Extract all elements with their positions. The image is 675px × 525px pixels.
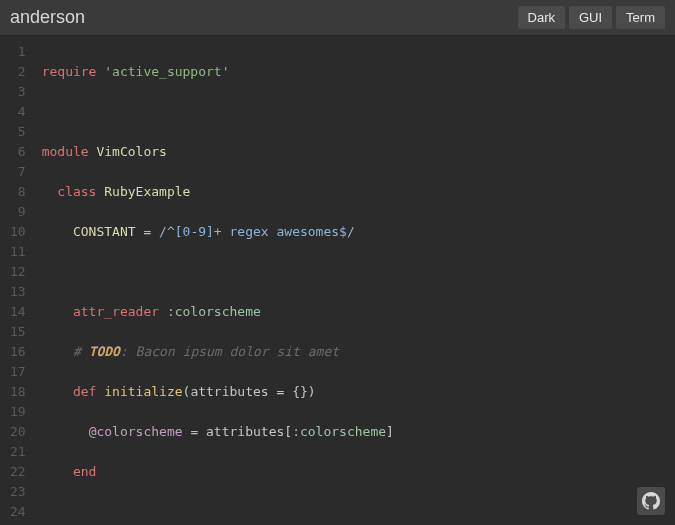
line-number: 12 <box>4 262 32 282</box>
line-number: 14 <box>4 302 32 322</box>
term-button[interactable]: Term <box>616 6 665 29</box>
line-number: 8 <box>4 182 32 202</box>
operator: = <box>190 424 198 439</box>
line-number: 2 <box>4 62 32 82</box>
ident: attributes[ <box>206 424 292 439</box>
constant: RubyExample <box>104 184 190 199</box>
line-number: 24 <box>4 502 32 522</box>
github-link[interactable] <box>637 487 665 515</box>
args: (attributes = {}) <box>183 384 316 399</box>
line-number: 4 <box>4 102 32 122</box>
line-number: 10 <box>4 222 32 242</box>
line-number: 19 <box>4 402 32 422</box>
gui-button[interactable]: GUI <box>569 6 612 29</box>
line-number: 15 <box>4 322 32 342</box>
code-editor: 123456789101112131415161718192021222324 … <box>0 36 675 525</box>
line-number: 11 <box>4 242 32 262</box>
line-number: 21 <box>4 442 32 462</box>
operator: = <box>143 224 151 239</box>
dark-button[interactable]: Dark <box>518 6 565 29</box>
line-number: 20 <box>4 422 32 442</box>
ident: ] <box>386 424 394 439</box>
line-number: 9 <box>4 202 32 222</box>
header-bar: anderson Dark GUI Term <box>0 0 675 36</box>
comment: # TODO: Bacon ipsum dolor sit amet <box>73 344 339 359</box>
symbol: :colorscheme <box>167 304 261 319</box>
code-area: require 'active_support' module VimColor… <box>38 36 598 525</box>
github-icon <box>642 492 660 510</box>
line-number: 6 <box>4 142 32 162</box>
line-number: 1 <box>4 42 32 62</box>
line-number-gutter: 123456789101112131415161718192021222324 <box>0 36 38 525</box>
line-number: 18 <box>4 382 32 402</box>
keyword: end <box>73 464 96 479</box>
symbol: :colorscheme <box>292 424 386 439</box>
line-number: 22 <box>4 462 32 482</box>
todo: TODO <box>89 344 120 359</box>
method-name: initialize <box>104 384 182 399</box>
keyword: class <box>57 184 96 199</box>
keyword: attr_reader <box>73 304 159 319</box>
constant: CONSTANT <box>73 224 136 239</box>
ivar: @colorscheme <box>89 424 183 439</box>
keyword: require <box>42 64 97 79</box>
colorscheme-title: anderson <box>10 7 514 28</box>
constant: VimColors <box>96 144 166 159</box>
line-number: 3 <box>4 82 32 102</box>
keyword: def <box>73 384 96 399</box>
line-number: 23 <box>4 482 32 502</box>
line-number: 16 <box>4 342 32 362</box>
line-number: 7 <box>4 162 32 182</box>
string: 'active_support' <box>104 64 229 79</box>
keyword: module <box>42 144 89 159</box>
line-number: 17 <box>4 362 32 382</box>
line-number: 5 <box>4 122 32 142</box>
regex: /^[0-9]+ regex awesomes$/ <box>159 224 355 239</box>
line-number: 13 <box>4 282 32 302</box>
